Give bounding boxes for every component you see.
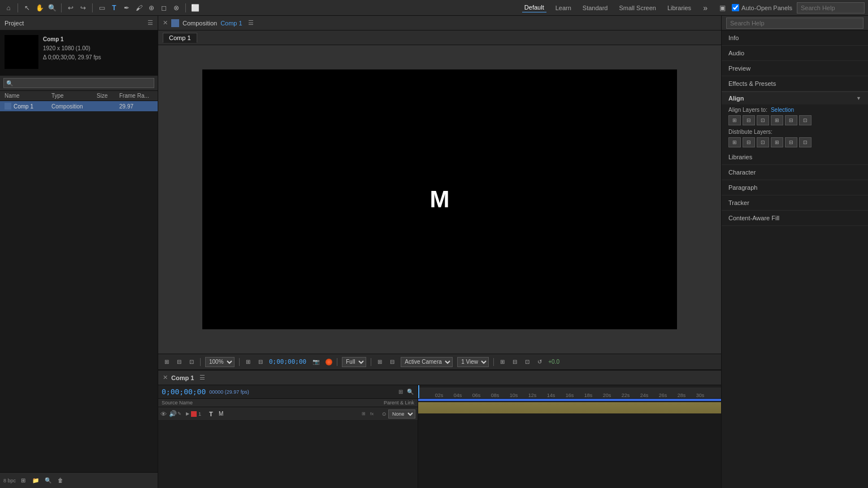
viewer-ctrl-camera-mode[interactable]: ⊡ (188, 358, 196, 365)
align-btn-left[interactable]: ⊞ (728, 115, 741, 125)
workspace-tabs: Default Learn Standard Small Screen Libr… (522, 3, 710, 13)
timeline-timecode[interactable]: 0;00;00;00 (162, 387, 206, 396)
right-panel-item-audio[interactable]: Audio (722, 46, 868, 61)
paint-tool[interactable]: 🖌 (134, 3, 144, 13)
ruler-mark-20s: 20s (603, 393, 611, 398)
workspace-libraries[interactable]: Libraries (665, 3, 693, 12)
viewer-ctrl-transparency[interactable]: ⊟ (257, 358, 264, 365)
auto-open-panels-checkbox[interactable] (732, 4, 739, 11)
monitor-icon[interactable]: ▣ (717, 3, 727, 13)
comp-close-btn[interactable]: ✕ (163, 19, 168, 27)
dist-btn-2[interactable]: ⊟ (743, 137, 755, 147)
clone-tool[interactable]: ⊕ (146, 3, 157, 13)
zoom-dropdown[interactable]: 100% (205, 357, 235, 367)
align-section: Align ▼ Align Layers to: Selection ⊞ ⊟ ⊡… (722, 91, 868, 150)
right-panel-item-paragraph[interactable]: Paragraph (722, 180, 868, 195)
right-panel-item-effects[interactable]: Effects & Presets (722, 76, 868, 91)
layer-prop-motion[interactable]: ⊞ (362, 411, 368, 416)
pen-tool[interactable]: ✒ (121, 3, 132, 13)
align-btn-center-v[interactable]: ⊟ (785, 115, 797, 125)
viewer-render-btn[interactable]: ⊞ (376, 358, 384, 365)
project-item-comp1[interactable]: Comp 1 Composition 29.97 (0, 101, 158, 111)
search-help-input[interactable] (797, 2, 865, 14)
project-panel: Project ☰ Comp 1 1920 x 1080 (1.00) Δ 0;… (0, 16, 158, 488)
undo-tool[interactable]: ↩ (66, 3, 76, 13)
dist-btn-5[interactable]: ⊟ (785, 137, 797, 147)
layer-lock-icon[interactable]: ✎ (177, 411, 184, 416)
text-tool[interactable]: T (109, 3, 119, 13)
align-btn-bottom[interactable]: ⊡ (799, 115, 811, 125)
workspace-standard[interactable]: Standard (580, 3, 610, 12)
timeline-close-btn[interactable]: ✕ (163, 374, 168, 381)
tl-icon-comp[interactable]: ⊞ (397, 388, 405, 396)
eraser-tool[interactable]: ◻ (159, 3, 169, 13)
align-btn-center-h[interactable]: ⊟ (743, 115, 755, 125)
separator-1 (18, 3, 18, 12)
viewer-ctrl-grid[interactable]: ⊟ (175, 358, 183, 365)
right-panel-item-libraries[interactable]: Libraries (722, 150, 868, 165)
workspace-default[interactable]: Default (522, 3, 546, 12)
viewer-colorspace-btn[interactable]: ⊟ (388, 358, 396, 365)
viewer-screenshot-btn[interactable]: 📷 (311, 358, 321, 365)
views-dropdown[interactable]: 1 View (457, 357, 489, 367)
home-icon[interactable]: ⌂ (3, 3, 14, 13)
right-panel-item-content-fill[interactable]: Content-Aware Fill (722, 211, 868, 226)
layer-props: ⊞ fx (362, 411, 377, 416)
timeline-ruler[interactable]: 02s04s06s08s10s12s14s16s18s20s22s24s26s2… (418, 387, 721, 399)
layer-name[interactable]: M (219, 411, 360, 417)
more-workspaces[interactable]: » (700, 3, 710, 13)
layer-parent-dropdown[interactable]: None (388, 409, 415, 419)
align-btn-right[interactable]: ⊡ (757, 115, 769, 125)
viewer-3d-render[interactable]: ⊟ (511, 358, 519, 365)
source-name-header: Source Name (162, 400, 381, 406)
viewer-reset[interactable]: ↺ (536, 358, 544, 365)
camera-tool[interactable]: ⬜ (190, 3, 200, 13)
viewer-ctrl-snap[interactable]: ⊞ (163, 358, 171, 365)
right-panel-search-header (722, 16, 868, 30)
layer-audio-icon[interactable]: 🔊 (169, 410, 176, 417)
search-project-icon[interactable]: 🔍 (43, 476, 53, 486)
folder-icon[interactable]: 📁 (31, 476, 41, 486)
right-panel-search[interactable] (726, 18, 863, 29)
dist-btn-4[interactable]: ⊞ (771, 137, 783, 147)
viewer-content-letter: M (430, 186, 450, 213)
selection-tool[interactable]: ↖ (22, 3, 32, 13)
camera-dropdown[interactable]: Active Camera (401, 357, 453, 367)
zoom-tool[interactable]: 🔍 (47, 3, 57, 13)
comp-header-menu[interactable]: ☰ (248, 19, 254, 27)
comp-tab-1[interactable]: Comp 1 (163, 33, 197, 43)
right-panel-item-preview[interactable]: Preview (722, 61, 868, 76)
viewer-3d-glasses[interactable]: ⊡ (523, 358, 531, 365)
layer-visibility-icon[interactable]: 👁 (160, 411, 167, 417)
roto-tool[interactable]: ⊗ (171, 3, 181, 13)
quality-dropdown[interactable]: Full (342, 357, 366, 367)
new-comp-icon[interactable]: ⊞ (18, 476, 28, 486)
right-panel-item-info[interactable]: Info (722, 30, 868, 46)
layer-prop-fx[interactable]: fx (370, 411, 377, 416)
expand-arrow[interactable]: ▶ (186, 411, 189, 416)
timeline-layer-row[interactable]: 👁 🔊 ✎ ▶ 1 T M ⊞ fx ⊙ (158, 407, 418, 421)
project-search-input[interactable] (3, 78, 154, 88)
comp-header-bar: ✕ Composition Comp 1 ☰ (158, 16, 721, 30)
project-panel-menu[interactable]: ☰ (147, 19, 153, 27)
right-panel-item-character[interactable]: Character (722, 165, 868, 180)
align-btn-top[interactable]: ⊞ (771, 115, 783, 125)
align-header[interactable]: Align ▼ (722, 92, 868, 104)
dist-btn-6[interactable]: ⊡ (799, 137, 811, 147)
timeline-playhead[interactable] (418, 387, 419, 398)
timeline-menu-btn[interactable]: ☰ (199, 374, 205, 381)
workspace-learn[interactable]: Learn (553, 3, 574, 12)
viewer-color-dot[interactable] (326, 359, 332, 365)
hand-tool[interactable]: ✋ (34, 3, 45, 13)
right-panel-item-tracker[interactable]: Tracker (722, 195, 868, 211)
delete-icon[interactable]: 🗑 (55, 476, 66, 486)
viewer-fast-preview[interactable]: ⊞ (498, 358, 506, 365)
viewer-ctrl-pixel-aspect[interactable]: ⊞ (244, 358, 252, 365)
rp-audio-label: Audio (728, 50, 744, 56)
redo-tool[interactable]: ↪ (78, 3, 88, 13)
tl-icon-search[interactable]: 🔍 (406, 388, 414, 396)
dist-btn-1[interactable]: ⊞ (728, 137, 741, 147)
workspace-small-screen[interactable]: Small Screen (617, 3, 658, 12)
dist-btn-3[interactable]: ⊡ (757, 137, 769, 147)
shape-tool[interactable]: ▭ (97, 3, 107, 13)
